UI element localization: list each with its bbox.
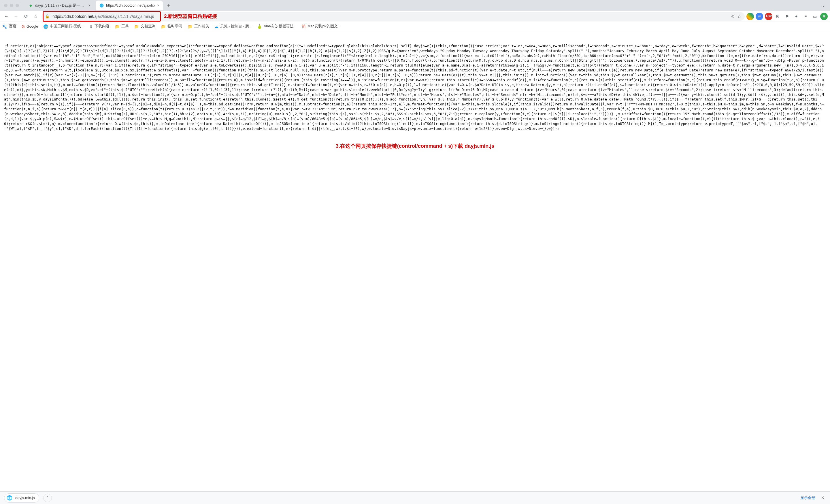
- bookmark-icon: ⬇: [89, 24, 93, 29]
- lock-icon[interactable]: 🔒: [45, 14, 50, 19]
- forward-button[interactable]: →: [12, 12, 20, 21]
- annotation-step2: 2.新浏览器窗口粘贴链接: [164, 13, 217, 20]
- extension-abp-icon[interactable]: ABP: [765, 13, 772, 20]
- tab-title: https://cdn.bootcdn.net/ajax/lib: [106, 3, 155, 7]
- maximize-window-button[interactable]: [15, 4, 19, 7]
- bookmark-label: 总览 - 控制台 - 腾...: [220, 24, 252, 29]
- reading-list-icon[interactable]: ≡: [802, 13, 809, 20]
- back-button[interactable]: ←: [2, 12, 10, 21]
- new-tab-button[interactable]: +: [165, 1, 172, 9]
- bookmark-icon: 简: [302, 24, 306, 29]
- bookmark-item[interactable]: 🌐中国工商银行-无线...: [43, 24, 84, 29]
- bookmark-item[interactable]: GGoogle: [22, 24, 38, 29]
- bookmark-label: 临时学习: [167, 24, 183, 29]
- bookmark-icon: 📁: [188, 24, 193, 29]
- file-icon: 🌐: [7, 495, 12, 501]
- url-text: https://cdn.bootcdn.net/ajax/libs/dayjs/…: [53, 14, 154, 19]
- bookmark-item[interactable]: 📁临时学习: [161, 24, 183, 29]
- bookmark-icon: ☁: [215, 24, 219, 29]
- profile-avatar[interactable]: M: [820, 13, 828, 20]
- bookmark-label: Vue核心 模板语法...: [264, 24, 296, 29]
- close-download-bar-button[interactable]: ×: [819, 495, 826, 501]
- download-options-button[interactable]: ⌃: [43, 494, 52, 502]
- close-tab-icon[interactable]: ×: [88, 3, 91, 8]
- bookmark-item[interactable]: ☁总览 - 控制台 - 腾...: [215, 24, 252, 29]
- bookmark-icon: G: [22, 24, 25, 29]
- close-tab-icon[interactable]: ×: [157, 3, 159, 8]
- bookmark-item[interactable]: 📁工具: [115, 24, 129, 29]
- minimize-window-button[interactable]: [10, 4, 13, 7]
- annotation-step3: 3.在这个网页按保存快捷键(control/command + s)下载 day…: [4, 142, 826, 149]
- page-content: !function(t,e){"object"==typeof exports&…: [0, 31, 830, 491]
- bookmark-icon: 📁: [161, 24, 166, 29]
- extension-flag-icon[interactable]: ⚑: [783, 13, 791, 20]
- tab-overflow-button[interactable]: ⌄: [820, 3, 828, 8]
- bookmark-item[interactable]: 🐾百度: [2, 24, 17, 29]
- download-bar: 🌐 dayjs.min.js ⌃ 显示全部 ×: [0, 491, 830, 504]
- bookmark-item[interactable]: 简Mac安装jdk的图文...: [302, 24, 341, 29]
- bookmark-label: Google: [27, 25, 38, 29]
- tab-favicon-icon: 🌐: [99, 3, 104, 8]
- toolbar: ← → ⟳ ⌂ 🔒 https://cdn.bootcdn.net/ajax/l…: [0, 11, 830, 22]
- tab-favicon-icon: ◆: [28, 3, 33, 8]
- bookmark-icon: 📁: [134, 24, 139, 29]
- bookmark-icon: 📁: [115, 24, 120, 29]
- download-filename: dayjs.min.js: [15, 496, 35, 500]
- extension-color-picker-icon[interactable]: [746, 13, 754, 20]
- bookmark-item[interactable]: 📁工作相关: [188, 24, 209, 29]
- bookmarks-bar: 🐾百度GGoogle🌐中国工商银行-无线...⬇下载内容📁工具📁文档查询📁临时学…: [0, 22, 830, 31]
- download-item[interactable]: 🌐 dayjs.min.js: [4, 493, 39, 503]
- js-source-text: !function(t,e){"object"==typeof exports&…: [4, 44, 826, 131]
- home-button[interactable]: ⌂: [32, 12, 40, 21]
- bookmark-icon: 🍐: [257, 24, 262, 29]
- titlebar: ◆ dayjs (v1.11.7) - Day.js 是一个轻 × 🌐 http…: [0, 0, 830, 11]
- close-window-button[interactable]: [4, 4, 7, 7]
- bookmark-icon: 🌐: [43, 24, 48, 29]
- tab-cdn[interactable]: 🌐 https://cdn.bootcdn.net/ajax/lib ×: [96, 1, 163, 10]
- bookmark-item[interactable]: ⬇下载内容: [89, 24, 109, 29]
- bookmark-icon: 🐾: [2, 24, 7, 29]
- bookmark-label: 下载内容: [95, 24, 109, 29]
- bookmark-item[interactable]: 🍐Vue核心 模板语法...: [257, 24, 296, 29]
- bookmark-label: 百度: [9, 24, 17, 29]
- bookmark-label: Mac安装jdk的图文...: [308, 24, 341, 29]
- address-bar[interactable]: 🔒 https://cdn.bootcdn.net/ajax/libs/dayj…: [41, 12, 745, 21]
- show-all-downloads-link[interactable]: 显示全部: [800, 495, 815, 501]
- bookmark-item[interactable]: 📁文档查询: [134, 24, 156, 29]
- bookmark-label: 工作相关: [194, 24, 209, 29]
- browser-window: ◆ dayjs (v1.11.7) - Day.js 是一个轻 × 🌐 http…: [0, 0, 830, 504]
- share-icon[interactable]: ⎋: [731, 14, 734, 19]
- star-icon[interactable]: ☆: [737, 13, 741, 19]
- tab-dayjs[interactable]: ◆ dayjs (v1.11.7) - Day.js 是一个轻 ×: [25, 1, 94, 10]
- side-panel-icon[interactable]: ▭: [811, 13, 819, 20]
- tab-title: dayjs (v1.11.7) - Day.js 是一个轻: [35, 3, 86, 8]
- bookmark-label: 工具: [121, 24, 129, 29]
- reload-button[interactable]: ⟳: [22, 12, 30, 21]
- extension-translate-icon[interactable]: 译: [756, 13, 763, 20]
- extension-shield-icon[interactable]: ⛨: [774, 13, 781, 20]
- extensions-menu-icon[interactable]: ✦: [793, 13, 800, 20]
- bookmark-label: 中国工商银行-无线...: [50, 24, 84, 29]
- bookmark-label: 文档查询: [141, 24, 156, 29]
- window-controls: [2, 4, 23, 7]
